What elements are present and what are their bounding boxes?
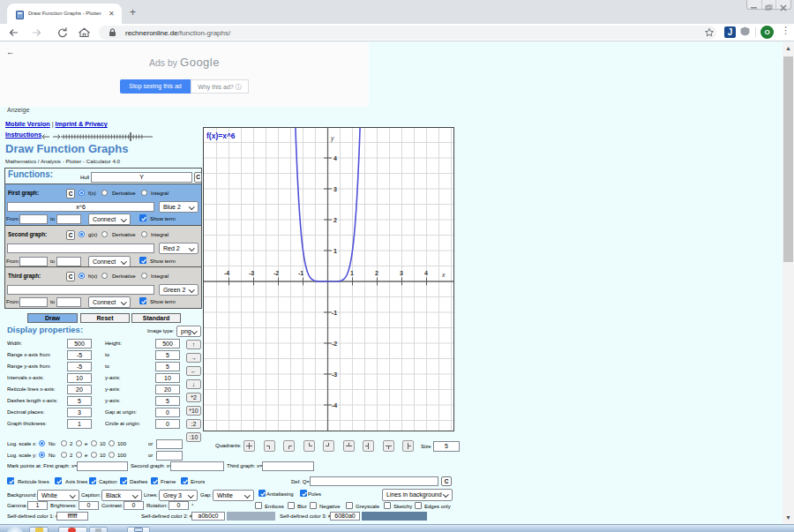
svg-text:-3: -3 bbox=[249, 270, 254, 276]
svg-text:y: y bbox=[330, 135, 334, 142]
svg-text:4: 4 bbox=[424, 270, 428, 276]
svg-text:-2: -2 bbox=[332, 341, 337, 347]
svg-text:1: 1 bbox=[350, 270, 354, 276]
svg-text:-1: -1 bbox=[332, 310, 337, 316]
svg-text:-3: -3 bbox=[332, 371, 337, 378]
svg-text:-4: -4 bbox=[224, 270, 229, 276]
svg-text:f(x)=x^6: f(x)=x^6 bbox=[206, 131, 236, 140]
svg-text:-2: -2 bbox=[273, 270, 279, 276]
svg-text:-1: -1 bbox=[298, 270, 303, 276]
svg-text:-4: -4 bbox=[332, 402, 337, 408]
svg-text:1: 1 bbox=[333, 248, 337, 254]
svg-text:3: 3 bbox=[400, 270, 403, 276]
svg-text:4: 4 bbox=[333, 155, 337, 161]
svg-text:3: 3 bbox=[333, 186, 337, 192]
svg-text:2: 2 bbox=[375, 270, 378, 276]
svg-text:x: x bbox=[441, 272, 446, 278]
svg-text:2: 2 bbox=[333, 217, 337, 223]
